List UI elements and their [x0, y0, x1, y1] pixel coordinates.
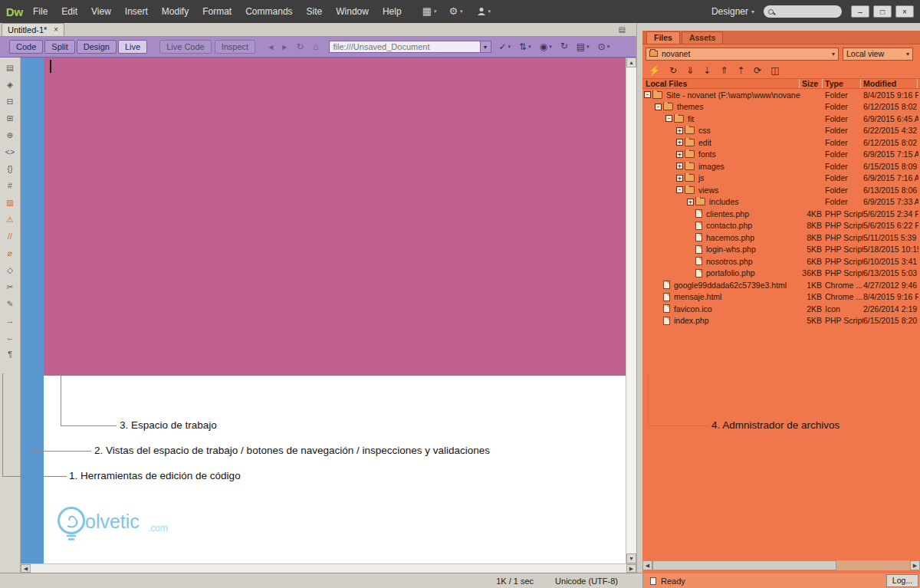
table-row[interactable]: favicon.ico 2KB Icon 2/26/2014 2:19 P — [642, 303, 920, 315]
visual-aids-icon[interactable]: ⊙ — [598, 36, 610, 57]
tree-expander-icon[interactable]: - — [676, 186, 683, 193]
files-tab[interactable]: Files — [646, 31, 680, 44]
table-row[interactable]: google99ddada62c5739e3.html 1KB Chrome .… — [642, 279, 920, 291]
tree-expander-icon[interactable]: + — [676, 175, 683, 182]
table-row[interactable]: mensaje.html 1KB Chrome ... 8/4/2015 9:1… — [642, 291, 920, 304]
menu-item[interactable]: Modify — [155, 0, 196, 23]
tree-expander-icon[interactable]: + — [676, 151, 683, 158]
scroll-right-icon[interactable]: ▶ — [910, 560, 920, 570]
search-input[interactable] — [764, 5, 842, 18]
refresh-files-icon[interactable]: ↻ — [669, 63, 677, 78]
table-row[interactable]: - views Folder 6/13/2015 8:06 P — [642, 184, 920, 196]
format-source-code-icon[interactable]: ¶ — [4, 350, 17, 360]
refresh-design-icon[interactable]: ↻ — [560, 36, 568, 57]
maximize-button[interactable]: □ — [873, 5, 892, 18]
split-button[interactable]: Split — [44, 40, 74, 54]
table-row[interactable]: + edit Folder 6/12/2015 8:02 P — [642, 136, 920, 149]
table-row[interactable]: + includes Folder 6/9/2015 7:33 A — [642, 196, 920, 209]
horizontal-scrollbar[interactable]: ◀ ▶ — [0, 563, 636, 573]
table-row[interactable]: portafolio.php 36KB PHP Script 6/13/2015… — [642, 268, 920, 280]
menu-item[interactable]: Commands — [238, 0, 299, 23]
table-row[interactable]: clientes.php 4KB PHP Script 5/6/2015 2:3… — [642, 208, 920, 220]
synchronize-icon[interactable]: ⟳ — [754, 63, 761, 78]
address-bar[interactable]: file:///Unsaved_Document — [329, 41, 481, 53]
put-files-icon[interactable]: ⇑ — [720, 63, 728, 78]
code-button[interactable]: Code — [9, 40, 43, 54]
column-header-modified[interactable]: Modified — [863, 79, 896, 89]
panel-splitter[interactable] — [636, 23, 642, 573]
live-button[interactable]: Live — [118, 40, 147, 54]
table-row[interactable]: + fonts Folder 6/9/2015 7:15 A — [642, 149, 920, 161]
menu-item[interactable]: Edit — [54, 0, 84, 23]
syntax-error-alerts-icon[interactable]: ⚠ — [4, 215, 17, 225]
table-row[interactable]: + js Folder 6/9/2015 7:16 A — [642, 172, 920, 185]
close-button[interactable]: × — [895, 5, 914, 18]
table-row[interactable]: - Site - novanet (F:\wamp\www\novanet) F… — [642, 89, 920, 101]
move-css-rule-icon[interactable]: ✎ — [4, 299, 17, 309]
apply-comment-icon[interactable]: // — [4, 232, 17, 241]
tree-expander-icon[interactable]: - — [665, 115, 672, 122]
recent-snippets-icon[interactable]: ✂ — [4, 282, 17, 292]
scrollbar-thumb[interactable] — [652, 560, 836, 570]
vertical-scrollbar[interactable]: ▲ ▼ — [626, 57, 636, 563]
open-documents-icon[interactable]: ▤ — [4, 63, 17, 73]
expand-panel-icon[interactable]: ◫ — [770, 63, 779, 78]
table-row[interactable]: + css Folder 6/22/2015 4:32 P — [642, 125, 920, 137]
panel-horizontal-scrollbar[interactable]: ◀ ▶ — [642, 560, 920, 570]
wrap-tag-icon[interactable]: ◇ — [4, 265, 17, 275]
connect-remote-icon[interactable]: ⚡ — [649, 63, 660, 78]
highlight-invalid-code-icon[interactable]: ▥ — [4, 198, 17, 208]
collapse-full-tag-icon[interactable]: ⊟ — [4, 97, 17, 107]
column-header-type[interactable]: Type — [825, 79, 843, 89]
line-numbers-icon[interactable]: # — [4, 181, 17, 191]
menu-item[interactable]: Site — [300, 0, 330, 23]
design-button[interactable]: Design — [77, 40, 117, 54]
live-code-button[interactable]: Live Code — [159, 40, 212, 54]
preview-browser-icon[interactable]: ◉ — [540, 36, 552, 57]
tree-expander-icon[interactable]: - — [644, 91, 651, 98]
scroll-left-icon[interactable]: ◀ — [21, 564, 31, 573]
home-icon[interactable]: ⌂ — [309, 37, 322, 57]
expand-all-icon[interactable]: ⊕ — [4, 130, 17, 140]
forward-icon[interactable]: ▸ — [278, 37, 291, 57]
address-dropdown-icon[interactable]: ▼ — [481, 41, 491, 53]
menu-item[interactable]: Window — [329, 0, 376, 23]
log-button[interactable]: Log... — [886, 574, 918, 587]
tree-expander-icon[interactable]: + — [676, 139, 683, 146]
remove-comment-icon[interactable]: ⌀ — [4, 248, 17, 258]
checkout-files-icon[interactable]: ⇣ — [703, 63, 711, 78]
view-dropdown[interactable]: Local view — [843, 48, 913, 61]
indent-code-icon[interactable]: → — [4, 316, 17, 326]
column-header-local-files[interactable]: Local Files — [646, 79, 687, 89]
table-row[interactable]: hacemos.php 8KB PHP Script 5/11/2015 5:3… — [642, 232, 920, 244]
select-parent-tag-icon[interactable]: <> — [4, 147, 17, 157]
back-icon[interactable]: ◂ — [264, 37, 277, 57]
tree-expander-icon[interactable]: + — [676, 163, 683, 169]
layout-grid-icon[interactable]: ▦ — [422, 0, 437, 23]
view-options-icon[interactable]: ▤ — [577, 36, 590, 57]
column-header-size[interactable]: Size — [802, 79, 818, 89]
menu-item[interactable]: Insert — [118, 0, 155, 23]
table-row[interactable]: login-whs.php 5KB PHP Script 5/18/2015 1… — [642, 244, 920, 256]
checkin-files-icon[interactable]: ⇡ — [737, 63, 744, 78]
panel-menu-icon[interactable]: ▤ — [619, 25, 626, 34]
inspect-button[interactable]: Inspect — [215, 40, 255, 54]
refresh-icon[interactable]: ↻ — [292, 37, 307, 57]
tree-expander-icon[interactable]: - — [655, 103, 662, 110]
table-row[interactable]: nosotros.php 6KB PHP Script 6/10/2015 3:… — [642, 255, 920, 268]
menu-item[interactable]: View — [84, 0, 118, 23]
scroll-left-icon[interactable]: ◀ — [642, 560, 652, 570]
settings-gear-icon[interactable]: ⚙ — [449, 0, 462, 23]
tree-expander-icon[interactable]: + — [687, 199, 694, 205]
menu-item[interactable]: File — [26, 0, 54, 23]
scroll-down-icon[interactable]: ▼ — [626, 554, 636, 563]
scroll-up-icon[interactable]: ▲ — [626, 57, 636, 67]
assets-tab[interactable]: Assets — [682, 31, 723, 44]
table-row[interactable]: contacto.php 8KB PHP Script 5/6/2015 6:2… — [642, 220, 920, 232]
tree-expander-icon[interactable]: + — [676, 127, 683, 134]
site-dropdown[interactable]: novanet — [646, 48, 839, 61]
balance-braces-icon[interactable]: {} — [4, 164, 17, 174]
tab-close-icon[interactable]: × — [54, 26, 58, 34]
collapse-selection-icon[interactable]: ⊞ — [4, 113, 17, 123]
validate-icon[interactable]: ✓ — [499, 36, 511, 57]
